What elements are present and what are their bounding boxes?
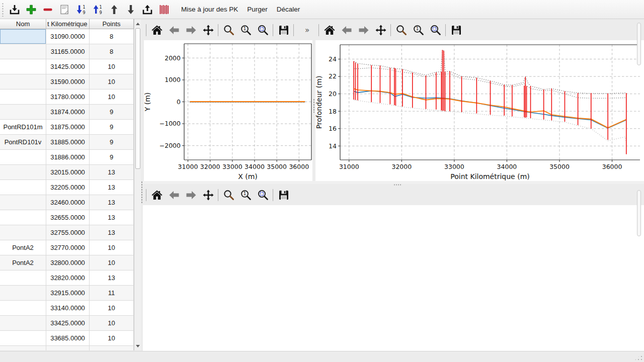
cell-nom[interactable] — [0, 74, 46, 89]
cell-points[interactable]: 10 — [90, 255, 134, 270]
back-icon[interactable] — [340, 24, 353, 37]
cell-nom[interactable] — [0, 180, 46, 195]
cell-nom[interactable] — [0, 150, 46, 165]
zoom-selection-icon[interactable] — [257, 189, 270, 202]
save-icon[interactable] — [277, 24, 290, 37]
cell-points[interactable]: 13 — [90, 165, 134, 180]
export-icon[interactable] — [141, 4, 153, 16]
cell-nom[interactable] — [0, 301, 46, 316]
cell-pk[interactable]: 31165.0000 — [46, 44, 90, 59]
cell-pk[interactable]: 33140.0000 — [46, 301, 90, 316]
zoom-selection-icon[interactable] — [429, 24, 442, 37]
move-up-icon[interactable] — [108, 4, 120, 16]
xy-plot-canvas[interactable]: 310003200033000340003500036000−2000−1000… — [144, 40, 312, 181]
cell-points[interactable]: 8 — [90, 29, 134, 44]
cell-points[interactable]: 10 — [90, 240, 134, 255]
cell-pk[interactable]: 31425.0000 — [46, 59, 90, 74]
cell-nom[interactable]: PontRD101v — [0, 135, 46, 150]
home-icon[interactable] — [323, 24, 336, 37]
cell-points[interactable]: 10 — [90, 74, 134, 89]
cell-pk[interactable]: 31874.0000 — [46, 105, 90, 120]
cell-pk[interactable]: 32800.0000 — [46, 255, 90, 270]
zoom-original-icon[interactable]: 1 — [239, 24, 253, 37]
remove-icon[interactable] — [42, 4, 54, 16]
cell-pk[interactable]: 31885.0000 — [46, 135, 90, 150]
column-header-points[interactable]: Points — [90, 19, 134, 29]
cell-nom[interactable] — [0, 44, 46, 59]
shift-button[interactable]: Décaler — [272, 2, 305, 17]
cell-nom[interactable] — [0, 29, 46, 44]
zoom-original-icon[interactable]: 1 — [412, 24, 425, 37]
cell-points[interactable]: 10 — [90, 89, 134, 105]
cell-nom[interactable]: PontA2 — [0, 255, 46, 270]
chart-splitter-grip[interactable] — [313, 99, 315, 113]
toolbar-overflow-button[interactable]: » — [305, 26, 309, 35]
bottom-panel-scrollbar-thumb[interactable] — [637, 190, 641, 236]
cell-points[interactable] — [90, 346, 134, 350]
back-icon[interactable] — [168, 189, 181, 202]
cell-points[interactable]: 10 — [90, 316, 134, 331]
zoom-icon[interactable] — [395, 24, 408, 37]
pan-icon[interactable] — [202, 24, 215, 37]
cell-points[interactable]: 13 — [90, 195, 134, 210]
add-icon[interactable] — [25, 4, 37, 16]
resize-grip[interactable] — [634, 353, 643, 361]
cell-pk[interactable] — [46, 346, 90, 350]
cell-points[interactable]: 13 — [90, 270, 134, 286]
cell-pk[interactable]: 31780.0000 — [46, 89, 90, 105]
sort-descending-icon[interactable]: 19 — [75, 4, 87, 16]
cell-points[interactable]: 8 — [90, 44, 134, 59]
scroll-up-button[interactable] — [135, 20, 141, 28]
column-header-nom[interactable]: Nom — [0, 19, 46, 29]
home-icon[interactable] — [150, 189, 164, 202]
cell-pk[interactable]: 32820.0000 — [46, 270, 90, 286]
column-header-point-kilometrique[interactable]: t Kilométrique — [46, 19, 90, 29]
zoom-icon[interactable] — [222, 189, 235, 202]
cell-pk[interactable]: 31590.0000 — [46, 74, 90, 89]
cell-points[interactable]: 9 — [90, 135, 134, 150]
cell-pk[interactable]: 32770.0000 — [46, 240, 90, 255]
save-icon[interactable] — [277, 189, 290, 202]
charts-panel-scrollbar-thumb[interactable] — [637, 23, 641, 65]
cell-points[interactable]: 11 — [90, 286, 134, 301]
cell-pk[interactable]: 31090.0000 — [46, 29, 90, 44]
cell-nom[interactable] — [0, 89, 46, 105]
profile-plot-canvas[interactable]: 3100032000330003400035000360001416182022… — [315, 40, 644, 181]
scroll-down-button[interactable] — [135, 342, 141, 350]
table-scrollbar[interactable] — [134, 19, 141, 350]
table-scrollbar-thumb[interactable] — [135, 28, 140, 169]
cell-points[interactable]: 10 — [90, 59, 134, 74]
cell-points[interactable]: 13 — [90, 225, 134, 240]
cell-nom[interactable] — [0, 225, 46, 240]
back-icon[interactable] — [168, 24, 181, 37]
cell-nom[interactable] — [0, 105, 46, 120]
cell-points[interactable]: 13 — [90, 210, 134, 225]
cell-pk[interactable]: 31875.0000 — [46, 120, 90, 135]
pan-icon[interactable] — [374, 24, 387, 37]
cell-points[interactable]: 10 — [90, 331, 134, 346]
cell-pk[interactable]: 32915.0000 — [46, 286, 90, 301]
cell-nom[interactable] — [0, 59, 46, 74]
cell-pk[interactable]: 32655.0000 — [46, 210, 90, 225]
cell-points[interactable]: 10 — [90, 301, 134, 316]
empty-plot-canvas[interactable] — [143, 205, 644, 351]
move-down-icon[interactable] — [125, 4, 137, 16]
save-icon[interactable] — [450, 24, 463, 37]
cell-points[interactable]: 9 — [90, 105, 134, 120]
zoom-icon[interactable] — [222, 24, 235, 37]
forward-icon[interactable] — [185, 24, 198, 37]
zoom-selection-icon[interactable] — [257, 24, 270, 37]
cell-nom[interactable] — [0, 331, 46, 346]
cell-pk[interactable]: 32205.0000 — [46, 180, 90, 195]
cell-nom[interactable] — [0, 270, 46, 286]
cell-nom[interactable] — [0, 165, 46, 180]
pan-icon[interactable] — [202, 189, 215, 202]
cell-points[interactable]: 9 — [90, 150, 134, 165]
cell-nom[interactable] — [0, 286, 46, 301]
cell-points[interactable]: 9 — [90, 120, 134, 135]
cell-points[interactable]: 13 — [90, 180, 134, 195]
cell-pk[interactable]: 32755.0000 — [46, 225, 90, 240]
cell-nom[interactable]: PontRD101m — [0, 120, 46, 135]
forward-icon[interactable] — [357, 24, 370, 37]
import-icon[interactable] — [9, 4, 21, 16]
